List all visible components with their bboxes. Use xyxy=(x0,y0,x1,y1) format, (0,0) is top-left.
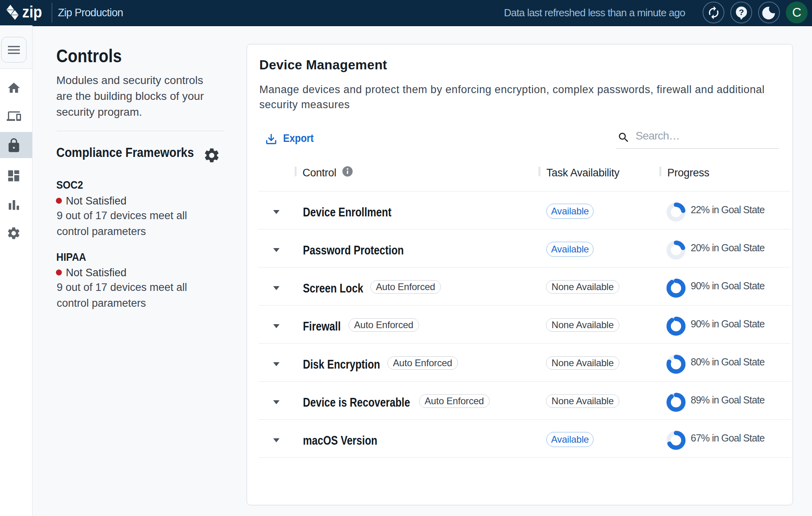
svg-text:?: ? xyxy=(739,8,744,17)
